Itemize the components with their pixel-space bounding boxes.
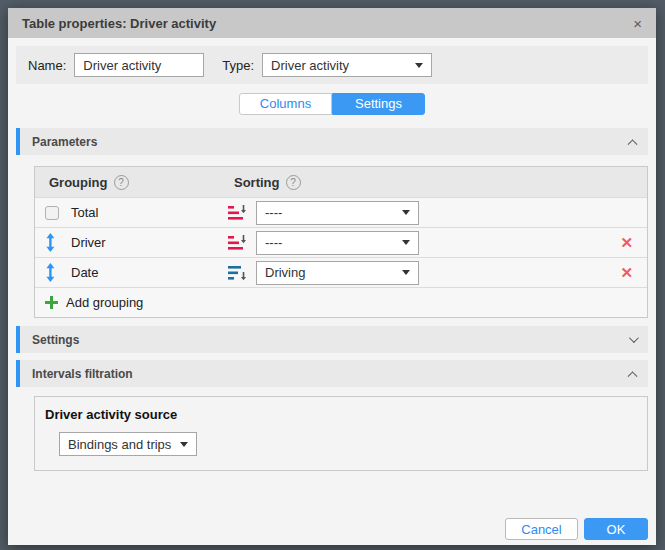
dropdown-caret-icon [180, 442, 188, 447]
table-row-date: Date Driving ✕ [35, 257, 647, 287]
sort-ascending-icon[interactable] [228, 235, 256, 251]
help-icon[interactable]: ? [114, 175, 129, 190]
chevron-down-icon [629, 333, 639, 343]
dialog-titlebar: Table properties: Driver activity × [8, 8, 656, 38]
driver-activity-source-panel: Driver activity source Bindings and trip… [34, 396, 648, 471]
sorting-select-value: ---- [265, 235, 282, 250]
drag-handle-icon[interactable] [45, 263, 56, 282]
table-properties-dialog: Table properties: Driver activity × Name… [8, 8, 656, 545]
settings-label: Settings [32, 333, 79, 347]
table-row-total: Total ---- [35, 197, 647, 227]
grouping-table: Grouping ? Sorting ? Total [34, 166, 648, 318]
drag-handle-icon[interactable] [45, 233, 56, 252]
sorting-header-cell: Sorting ? [234, 175, 301, 190]
row-label: Total [71, 205, 228, 220]
section-header-intervals-filtration[interactable]: Intervals filtration [16, 360, 648, 387]
dropdown-caret-icon [402, 240, 410, 245]
dropdown-caret-icon [402, 210, 410, 215]
ok-button[interactable]: OK [584, 518, 648, 540]
sort-descending-icon[interactable] [228, 265, 256, 281]
add-grouping-button[interactable]: Add grouping [35, 287, 647, 317]
total-checkbox[interactable] [45, 206, 59, 220]
grouping-header-label: Grouping [49, 175, 108, 190]
row-label: Date [71, 265, 228, 280]
total-checkbox-cell [45, 206, 71, 220]
sorting-select-driver[interactable]: ---- [256, 231, 419, 255]
grouping-table-header: Grouping ? Sorting ? [35, 167, 647, 197]
dropdown-caret-icon [402, 270, 410, 275]
type-select-value: Driver activity [271, 58, 349, 73]
type-label: Type: [222, 58, 254, 73]
sorting-select-value: ---- [265, 205, 282, 220]
tab-columns[interactable]: Columns [239, 93, 332, 115]
plus-icon [45, 296, 58, 309]
grouping-header-cell: Grouping ? [45, 175, 234, 190]
parameters-label: Parameters [32, 135, 97, 149]
table-row-driver: Driver ---- ✕ [35, 227, 647, 257]
sort-ascending-icon[interactable] [228, 205, 256, 221]
section-header-parameters[interactable]: Parameters [16, 128, 648, 155]
help-icon[interactable]: ? [286, 175, 301, 190]
chevron-up-icon [628, 371, 638, 381]
tab-bar: Columns Settings [8, 93, 656, 115]
driver-drag-cell [45, 233, 71, 252]
dialog-footer: Cancel OK [8, 518, 656, 545]
name-label: Name: [28, 58, 66, 73]
dialog-title: Table properties: Driver activity [22, 16, 633, 31]
name-input[interactable] [74, 53, 204, 77]
remove-icon[interactable]: ✕ [620, 265, 633, 280]
sorting-select-date[interactable]: Driving [256, 261, 419, 285]
section-header-settings[interactable]: Settings [16, 326, 648, 353]
sorting-select-total[interactable]: ---- [256, 201, 419, 225]
tab-settings[interactable]: Settings [332, 93, 425, 115]
row-label: Driver [71, 235, 228, 250]
close-icon[interactable]: × [633, 16, 642, 31]
date-drag-cell [45, 263, 71, 282]
type-select[interactable]: Driver activity [262, 53, 432, 77]
chevron-up-icon [628, 139, 638, 149]
sorting-header-label: Sorting [234, 175, 280, 190]
name-type-panel: Name: Type: Driver activity [16, 46, 648, 84]
cancel-button[interactable]: Cancel [505, 518, 578, 540]
remove-icon[interactable]: ✕ [620, 235, 633, 250]
sorting-select-value: Driving [265, 265, 305, 280]
source-select-value: Bindings and trips [68, 437, 171, 452]
dropdown-caret-icon [415, 63, 423, 68]
intervals-filtration-label: Intervals filtration [32, 367, 133, 381]
driver-activity-source-label: Driver activity source [45, 407, 647, 422]
driver-activity-source-select[interactable]: Bindings and trips [59, 432, 197, 456]
add-grouping-label: Add grouping [66, 295, 143, 310]
